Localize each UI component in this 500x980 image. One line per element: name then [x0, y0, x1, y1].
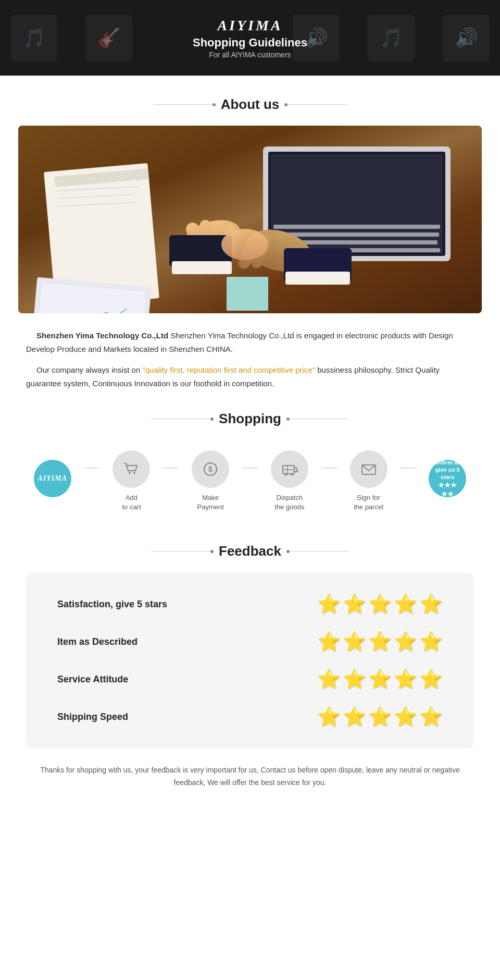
- page-subtitle: For all AIYIMA customers: [193, 51, 307, 59]
- flow-label-cart: Addto cart: [122, 493, 141, 512]
- flow-label-payment: MakePayment: [197, 493, 224, 512]
- flow-step-cart: Addto cart: [100, 450, 164, 512]
- feedback-section-title-row: Feedback: [0, 543, 500, 559]
- flow-icon-sign: [350, 450, 388, 488]
- stars-satisfaction: ⭐ ⭐ ⭐ ⭐ ⭐: [317, 593, 443, 615]
- handshake-svg: [18, 126, 482, 313]
- brand-logo: AIYIMA: [193, 17, 307, 34]
- bg-icon-5: 🔊: [443, 15, 490, 62]
- dispatch-icon: [281, 460, 298, 478]
- stars-described: ⭐ ⭐ ⭐ ⭐ ⭐: [317, 631, 443, 653]
- about-text-section: Shenzhen Yima Technology Co.,Ltd Shenzhe…: [26, 329, 474, 390]
- flow-step-dispatch: Dispatchthe goods: [258, 450, 321, 512]
- header: 🎵 🎸 🔊 🎵 🔊 AIYIMA Shopping Guidelines For…: [0, 0, 500, 76]
- flow-step-sign: Sign forthe parcel: [337, 450, 401, 512]
- shopping-flow: AIYIMA Addto cart $: [0, 440, 500, 522]
- feedback-section-title: Feedback: [219, 543, 281, 559]
- mail-icon: [360, 460, 378, 478]
- flow-step-payment: $ MakePayment: [179, 450, 242, 512]
- star-4: ⭐: [394, 593, 417, 615]
- bg-icon-2: 🎸: [85, 15, 132, 62]
- header-content: AIYIMA Shopping Guidelines For all AIYIM…: [193, 17, 307, 59]
- flow-icon-cart: [113, 450, 150, 488]
- about-paragraph1: Shenzhen Yima Technology Co.,Ltd Shenzhe…: [26, 329, 474, 356]
- feedback-divider-right: [286, 551, 349, 552]
- flow-label-sign: Sign forthe parcel: [354, 493, 383, 512]
- handshake-illustration: [18, 126, 482, 313]
- feedback-divider-left: [151, 551, 214, 552]
- flow-icon-confirm: Confirm andgive us 5 stars ★★★ ★★: [429, 460, 466, 497]
- svg-text:$: $: [208, 465, 213, 473]
- connector-5: [400, 468, 416, 469]
- connector-4: [321, 468, 337, 469]
- feedback-row-shipping: Shipping Speed ⭐ ⭐ ⭐ ⭐ ⭐: [57, 706, 443, 728]
- star-3: ⭐: [368, 668, 392, 690]
- connector-2: [163, 468, 179, 469]
- stars-service: ⭐ ⭐ ⭐ ⭐ ⭐: [317, 668, 443, 690]
- star-2: ⭐: [343, 631, 366, 653]
- svg-rect-26: [285, 272, 350, 285]
- connector-3: [242, 468, 258, 469]
- about-paragraph2: Our company always insist on "quality fi…: [26, 363, 474, 390]
- feedback-label-service: Service Attitude: [57, 674, 317, 685]
- footer-text: Thanks for shopping with us, your feedba…: [26, 764, 474, 789]
- about-section-title: About us: [221, 96, 280, 113]
- star-4: ⭐: [394, 668, 417, 690]
- shopping-divider-left: [151, 419, 214, 419]
- bg-icon-4: 🎵: [368, 15, 415, 62]
- star-5: ⭐: [419, 631, 443, 653]
- star-2: ⭐: [343, 706, 366, 728]
- feedback-row-described: Item as Described ⭐ ⭐ ⭐ ⭐ ⭐: [57, 631, 443, 653]
- feedback-label-described: Item as Described: [57, 636, 317, 647]
- svg-rect-20: [172, 261, 232, 274]
- star-2: ⭐: [343, 668, 366, 690]
- star-4: ⭐: [394, 631, 417, 653]
- star-4: ⭐: [394, 706, 417, 728]
- shopping-divider-right: [286, 419, 349, 419]
- shopping-section-title-row: Shopping: [0, 411, 500, 427]
- about-image: [18, 126, 482, 313]
- feedback-row-service: Service Attitude ⭐ ⭐ ⭐ ⭐ ⭐: [57, 668, 443, 690]
- flow-step-confirm: Confirm andgive us 5 stars ★★★ ★★: [416, 460, 479, 503]
- star-1: ⭐: [317, 668, 341, 690]
- feedback-row-satisfaction: Satisfaction, give 5 stars ⭐ ⭐ ⭐ ⭐ ⭐: [57, 593, 443, 615]
- flow-step-aiyima: AIYIMA: [21, 460, 84, 503]
- about-section-title-row: About us: [0, 96, 500, 113]
- feedback-section: Feedback Satisfaction, give 5 stars ⭐ ⭐ …: [0, 543, 500, 789]
- feedback-label-satisfaction: Satisfaction, give 5 stars: [57, 599, 317, 610]
- shopping-section: Shopping AIYIMA Addto cart: [0, 411, 500, 522]
- about-divider-left: [153, 104, 216, 105]
- svg-rect-28: [227, 277, 268, 311]
- star-5: ⭐: [419, 593, 443, 615]
- star-3: ⭐: [368, 631, 392, 653]
- svg-point-27: [221, 229, 268, 260]
- bg-icon-1: 🎵: [10, 15, 57, 62]
- svg-rect-11: [274, 232, 439, 237]
- star-2: ⭐: [343, 593, 366, 615]
- feedback-card: Satisfaction, give 5 stars ⭐ ⭐ ⭐ ⭐ ⭐ Ite…: [26, 572, 474, 749]
- about-divider-right: [284, 104, 347, 105]
- flow-label-dispatch: Dispatchthe goods: [274, 493, 304, 512]
- page-title: Shopping Guidelines: [193, 36, 307, 50]
- svg-point-37: [291, 473, 293, 476]
- shopping-section-title: Shopping: [219, 411, 281, 427]
- feedback-label-shipping: Shipping Speed: [57, 712, 317, 722]
- flow-icon-dispatch: [271, 450, 308, 488]
- star-5: ⭐: [419, 668, 443, 690]
- stars-shipping: ⭐ ⭐ ⭐ ⭐ ⭐: [317, 706, 443, 728]
- star-3: ⭐: [368, 706, 392, 728]
- flow-icon-payment: $: [192, 450, 229, 488]
- star-5: ⭐: [419, 706, 443, 728]
- flow-icon-brand: AIYIMA: [34, 460, 71, 497]
- svg-rect-10: [273, 225, 440, 229]
- payment-icon: $: [202, 460, 219, 478]
- svg-point-32: [133, 472, 135, 474]
- star-1: ⭐: [317, 706, 341, 728]
- svg-point-36: [284, 473, 287, 476]
- svg-point-31: [129, 472, 131, 474]
- cart-icon: [122, 460, 140, 478]
- star-1: ⭐: [317, 631, 341, 653]
- connector-1: [84, 468, 100, 469]
- star-1: ⭐: [317, 593, 341, 615]
- star-3: ⭐: [368, 593, 392, 615]
